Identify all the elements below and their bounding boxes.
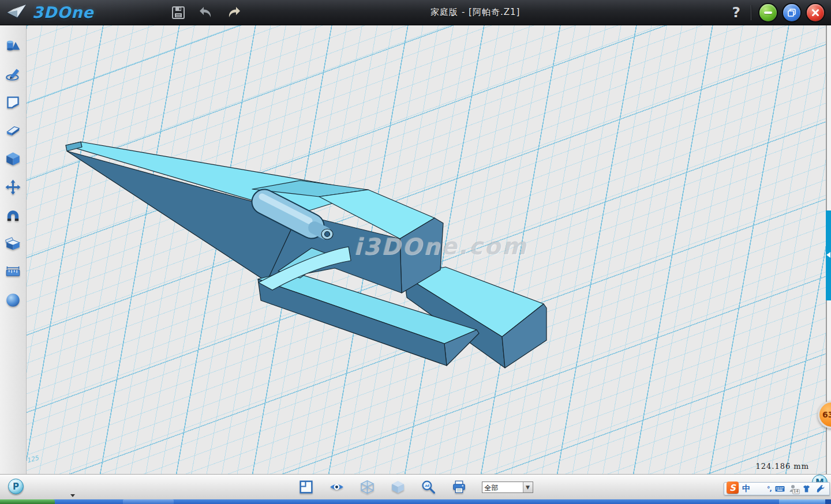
view-toolbar-icons: 全部 ▼ [0,475,831,499]
combine-box-icon[interactable] [5,236,21,251]
restore-button[interactable] [783,4,800,21]
move-icon[interactable] [5,179,21,195]
minimize-button[interactable] [759,4,777,21]
app-window: 3DOne 家庭 [0,0,831,504]
main-area: i3DOne.com 125 124.186 mm 63 [0,25,831,474]
ime-toolbar: S 中 °, 14 [724,482,830,495]
chevron-left-icon [826,252,830,258]
zoom-window-icon[interactable] [421,479,436,495]
sketch-plane-icon[interactable] [5,95,21,110]
tool-sidebar [0,25,27,474]
app-logo: 3DOne [0,3,153,22]
ime-language-toggle[interactable]: 中 [742,484,750,494]
magnet-icon[interactable] [5,208,21,223]
chevron-down-icon: ▼ [523,482,533,492]
taskbar-space [174,499,779,504]
window-title: 家庭版 - [阿帕奇.Z1] [242,7,732,18]
titlebar: 3DOne 家庭 [0,0,831,25]
view-layout-icon[interactable] [298,479,314,495]
window-controls [759,4,824,21]
view-toolbar: P 全部 ▼ [0,474,831,499]
user-count-badge: 14 [792,489,800,494]
material-sphere-icon[interactable] [5,292,21,308]
wireframe-display-icon[interactable] [360,479,375,495]
paper-plane-icon [6,3,28,22]
punctuation-toggle[interactable]: °, [767,485,772,492]
skin-tshirt-icon[interactable] [802,484,811,494]
titlebar-separator [751,5,751,20]
redo-button[interactable] [226,5,242,21]
measure-ruler-icon[interactable] [5,264,21,280]
close-button[interactable] [807,4,824,21]
measurement-readout: 124.186 mm [755,462,809,471]
visibility-eye-icon[interactable] [329,479,345,495]
model-3d[interactable] [27,25,831,474]
taskbar-app-button[interactable] [123,499,174,504]
moon-icon[interactable] [754,484,763,494]
wrench-icon[interactable] [815,484,825,494]
logo-text: 3DOne [32,3,94,21]
eraser-icon[interactable] [5,123,21,138]
ime-logo[interactable]: S [727,482,739,494]
taskbar-tray [779,499,825,504]
save-button[interactable] [170,5,186,21]
primitive-shapes-icon[interactable] [5,38,21,54]
modeling-canvas[interactable]: i3DOne.com 125 124.186 mm 63 [27,25,831,474]
taskbar-end [825,499,831,504]
os-taskbar [0,499,831,504]
display-filter-select[interactable]: 全部 ▼ [482,482,533,493]
solid-cube-icon[interactable] [5,151,21,167]
notification-count: 63 [822,410,831,419]
display-filter-value: 全部 [482,482,523,492]
keyboard-icon[interactable] [775,484,785,494]
print-icon[interactable] [451,479,467,495]
shaded-display-icon[interactable] [390,479,406,495]
start-button[interactable] [0,499,55,504]
sketch-draw-icon[interactable] [5,66,21,82]
undo-button[interactable] [198,5,214,21]
user-icon[interactable]: 14 [788,484,798,494]
quick-toolbar [170,5,242,21]
help-button[interactable]: ? [732,4,740,21]
model-nozzle-hole [325,232,330,237]
taskbar-gap [55,499,123,504]
panel-expand-tab[interactable] [826,210,831,300]
